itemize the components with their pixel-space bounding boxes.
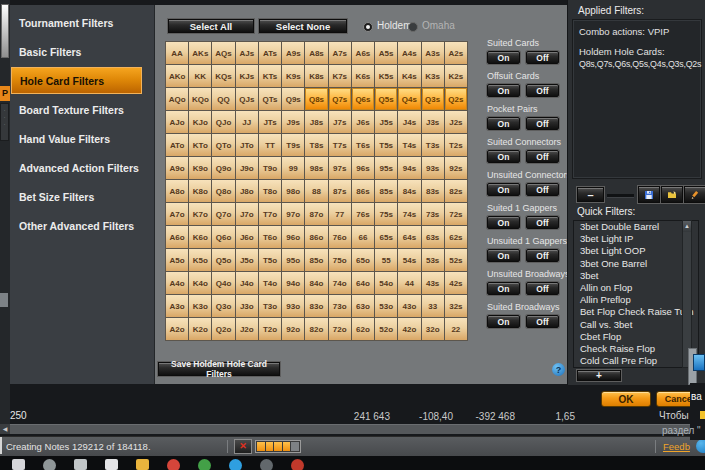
quick-filter-cbet-flop[interactable]: Cbet Flop <box>574 331 698 343</box>
hand-cell-QTo[interactable]: QTo <box>212 134 234 156</box>
hand-cell-Q8o[interactable]: Q8o <box>212 180 234 202</box>
hand-cell-75s[interactable]: 75s <box>375 203 397 225</box>
sidebar-item-board-texture-filters[interactable]: Board Texture Filters <box>10 95 154 124</box>
hand-cell-K8s[interactable]: K8s <box>305 65 327 87</box>
hand-cell-74o[interactable]: 74o <box>329 272 351 294</box>
hand-cell-94o[interactable]: 94o <box>282 272 304 294</box>
save-hole-card-filters-button[interactable]: Save Holdem Hole Card Filters <box>158 362 280 376</box>
hand-cell-63o[interactable]: 63o <box>352 295 374 317</box>
hand-cell-32s[interactable]: 32s <box>445 295 467 317</box>
hand-cell-Q4o[interactable]: Q4o <box>212 272 234 294</box>
sidebar-item-advanced-action-filters[interactable]: Advanced Action Filters <box>10 153 154 182</box>
quick-filter-3bet-light-ip[interactable]: 3bet Light IP <box>574 233 698 245</box>
hand-cell-62o[interactable]: 62o <box>352 318 374 340</box>
hand-cell-52s[interactable]: 52s <box>445 249 467 271</box>
hand-cell-J6o[interactable]: J6o <box>236 226 258 248</box>
hand-cell-A8o[interactable]: A8o <box>166 180 188 202</box>
hand-cell-AQo[interactable]: AQo <box>166 88 188 110</box>
hand-cell-KTs[interactable]: KTs <box>259 65 281 87</box>
hand-cell-62s[interactable]: 62s <box>445 226 467 248</box>
hand-cell-Q3s[interactable]: Q3s <box>422 88 444 110</box>
sidebar-item-hole-card-filters[interactable]: Hole Card Filters <box>11 67 142 94</box>
on-button[interactable]: On <box>487 282 520 295</box>
hand-cell-J7o[interactable]: J7o <box>236 203 258 225</box>
hand-cell-J9o[interactable]: J9o <box>236 157 258 179</box>
quick-filter-bet-flop-check-raise-turn[interactable]: Bet Flop Check Raise Turn <box>574 306 698 318</box>
hand-cell-Q9s[interactable]: Q9s <box>282 88 304 110</box>
hand-cell-J7s[interactable]: J7s <box>329 111 351 133</box>
hand-cell-T2o[interactable]: T2o <box>259 318 281 340</box>
quick-filters-scrollbar[interactable]: ▲ <box>682 220 692 368</box>
hand-cell-Q7s[interactable]: Q7s <box>329 88 351 110</box>
hand-cell-85o[interactable]: 85o <box>305 249 327 271</box>
hand-cell-22[interactable]: 22 <box>445 318 467 340</box>
hand-cell-64o[interactable]: 64o <box>352 272 374 294</box>
hand-cell-K8o[interactable]: K8o <box>189 180 211 202</box>
quick-filter-check-raise-flop[interactable]: Check Raise Flop <box>574 343 698 355</box>
hand-cell-K4s[interactable]: K4s <box>398 65 420 87</box>
hand-cell-KJs[interactable]: KJs <box>236 65 258 87</box>
rail-side-tab[interactable]: ··· <box>0 103 9 141</box>
hand-cell-Q3o[interactable]: Q3o <box>212 295 234 317</box>
sidebar-item-hand-value-filters[interactable]: Hand Value Filters <box>10 124 154 153</box>
hand-cell-85s[interactable]: 85s <box>375 180 397 202</box>
hand-cell-KJo[interactable]: KJo <box>189 111 211 133</box>
hand-cell-73o[interactable]: 73o <box>329 295 351 317</box>
on-button[interactable]: On <box>487 51 520 64</box>
hand-cell-52o[interactable]: 52o <box>375 318 397 340</box>
hand-cell-A9o[interactable]: A9o <box>166 157 188 179</box>
hand-cell-65o[interactable]: 65o <box>352 249 374 271</box>
off-button[interactable]: Off <box>526 282 559 295</box>
hand-cell-A7o[interactable]: A7o <box>166 203 188 225</box>
tray-skype-icon[interactable] <box>696 439 705 453</box>
hand-cell-T2s[interactable]: T2s <box>445 134 467 156</box>
omaha-radio[interactable] <box>408 22 418 32</box>
hand-cell-T4s[interactable]: T4s <box>398 134 420 156</box>
hand-cell-95s[interactable]: 95s <box>375 157 397 179</box>
hand-cell-K2o[interactable]: K2o <box>189 318 211 340</box>
hand-cell-84s[interactable]: 84s <box>398 180 420 202</box>
hand-cell-J5s[interactable]: J5s <box>375 111 397 133</box>
ok-button[interactable]: OK <box>601 391 651 407</box>
hand-cell-K7s[interactable]: K7s <box>329 65 351 87</box>
calculator-icon[interactable] <box>105 459 118 470</box>
off-button[interactable]: Off <box>526 315 559 328</box>
folder-icon[interactable] <box>136 459 149 470</box>
hand-cell-QJo[interactable]: QJo <box>212 111 234 133</box>
skype-icon[interactable] <box>229 459 242 470</box>
off-button[interactable]: Off <box>526 183 559 196</box>
hand-cell-KQo[interactable]: KQo <box>189 88 211 110</box>
taskview-icon[interactable] <box>74 459 87 470</box>
hand-cell-A5s[interactable]: A5s <box>375 42 397 64</box>
select-all-button[interactable]: Select All <box>168 19 254 33</box>
hand-cell-T8o[interactable]: T8o <box>259 180 281 202</box>
hand-cell-A2o[interactable]: A2o <box>166 318 188 340</box>
hand-cell-J4s[interactable]: J4s <box>398 111 420 133</box>
hand-cell-AJs[interactable]: AJs <box>236 42 258 64</box>
hand-cell-QQ[interactable]: QQ <box>212 88 234 110</box>
hand-cell-77[interactable]: 77 <box>329 203 351 225</box>
hand-cell-Q4s[interactable]: Q4s <box>398 88 420 110</box>
quick-filter-3bet-light-oop[interactable]: 3bet Light OOP <box>574 245 698 257</box>
hand-cell-KQs[interactable]: KQs <box>212 65 234 87</box>
hand-cell-A3s[interactable]: A3s <box>422 42 444 64</box>
hand-cell-84o[interactable]: 84o <box>305 272 327 294</box>
hand-cell-J6s[interactable]: J6s <box>352 111 374 133</box>
hand-cell-A3o[interactable]: A3o <box>166 295 188 317</box>
hand-cell-74s[interactable]: 74s <box>398 203 420 225</box>
hand-cell-96s[interactable]: 96s <box>352 157 374 179</box>
quick-filter-3bet[interactable]: 3bet <box>574 270 698 282</box>
hand-cell-T5o[interactable]: T5o <box>259 249 281 271</box>
hand-cell-T9o[interactable]: T9o <box>259 157 281 179</box>
hand-cell-76o[interactable]: 76o <box>329 226 351 248</box>
hand-cell-T7s[interactable]: T7s <box>329 134 351 156</box>
hand-cell-Q5s[interactable]: Q5s <box>375 88 397 110</box>
hand-cell-K7o[interactable]: K7o <box>189 203 211 225</box>
search-icon[interactable] <box>43 459 56 470</box>
on-button[interactable]: On <box>487 315 520 328</box>
hand-cell-T6s[interactable]: T6s <box>352 134 374 156</box>
remove-filter-button[interactable]: – <box>577 187 604 202</box>
hand-cell-QJs[interactable]: QJs <box>236 88 258 110</box>
hand-cell-AQs[interactable]: AQs <box>212 42 234 64</box>
hand-cell-QTs[interactable]: QTs <box>259 88 281 110</box>
